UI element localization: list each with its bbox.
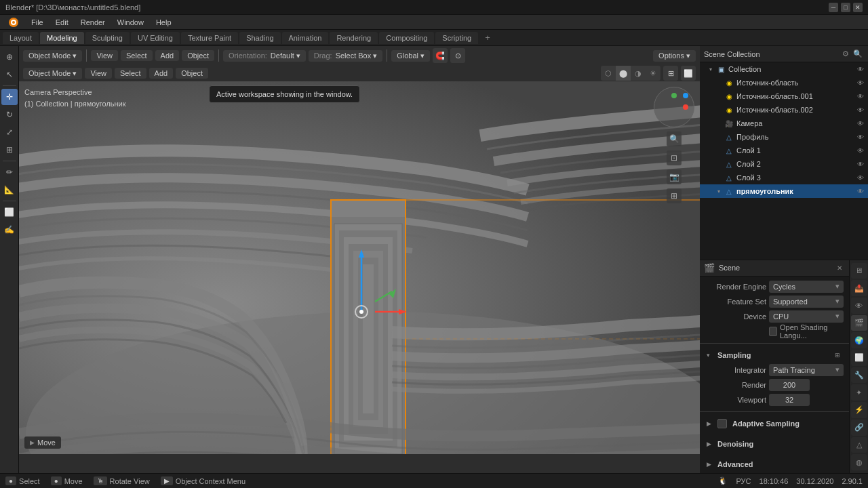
outliner-item-light-2[interactable]: ◉ Источник-область.001 👁	[700, 89, 868, 103]
viewport-samples-value[interactable]: 32	[769, 394, 810, 406]
prop-tab-world[interactable]: 🌍	[851, 332, 867, 348]
toggle-view-button[interactable]: ⊞	[667, 188, 682, 203]
layer1-eye[interactable]: 👁	[856, 146, 865, 155]
outliner-item-light-3[interactable]: ◉ Источник-область.002 👁	[700, 103, 868, 117]
zoom-fit-button[interactable]: ⊡	[667, 150, 682, 165]
adaptive-sampling-checkbox[interactable]	[717, 419, 727, 428]
prop-tab-scene[interactable]: 🎬	[851, 315, 867, 331]
viewport-overlays-btn[interactable]: ⊞	[663, 66, 678, 81]
rect-eye[interactable]: 👁	[856, 186, 865, 196]
rendered-shading-btn[interactable]: ☀	[646, 66, 660, 81]
add-menu-2[interactable]: Add	[149, 68, 174, 79]
feature-set-selector[interactable]: Supported	[769, 296, 844, 308]
tab-animation[interactable]: Animation	[282, 32, 329, 44]
cursor-tool[interactable]: ⊕	[1, 49, 18, 65]
outliner-item-light-1[interactable]: ◉ Источник-область 👁	[700, 76, 868, 89]
outliner-item-layer3[interactable]: △ Слой 3 👁	[700, 171, 868, 184]
menu-blender[interactable]	[3, 16, 24, 29]
minimize-button[interactable]: ─	[829, 3, 838, 12]
snap-toggle[interactable]: 🧲	[433, 48, 448, 63]
maximize-button[interactable]: □	[841, 3, 850, 12]
select-menu[interactable]: Select	[121, 50, 153, 61]
collection-eye[interactable]: 👁	[856, 64, 865, 74]
annotate-tool[interactable]: ✏	[1, 164, 18, 180]
prop-tab-physics[interactable]: ⚡	[851, 402, 867, 418]
view-menu[interactable]: View	[91, 50, 118, 61]
proportional-edit-toggle[interactable]: ⊙	[450, 48, 465, 63]
camera-eye[interactable]: 👁	[856, 119, 865, 128]
prop-tab-view[interactable]: 👁	[851, 298, 867, 314]
tab-compositing[interactable]: Compositing	[379, 32, 434, 44]
outliner-item-collection[interactable]: ▾ ▣ Collection 👁	[700, 62, 868, 76]
profile-eye[interactable]: 👁	[856, 132, 865, 142]
xray-toggle[interactable]: ⬜	[681, 66, 696, 81]
camera-view-button[interactable]: 📷	[667, 169, 682, 184]
outliner-filter-button[interactable]: ⚙	[840, 48, 852, 60]
transform-tool[interactable]: ⊞	[1, 142, 18, 158]
layer2-eye[interactable]: 👁	[856, 159, 865, 169]
tab-uv-editing[interactable]: UV Editing	[131, 32, 180, 44]
prop-tab-modifier[interactable]: 🔧	[851, 367, 867, 384]
integrator-selector[interactable]: Path Tracing	[769, 364, 844, 376]
outliner-item-camera[interactable]: 🎥 Камера 👁	[700, 117, 868, 130]
layer3-eye[interactable]: 👁	[856, 173, 865, 182]
solid-shading-btn[interactable]: ⬤	[616, 66, 631, 81]
sampling-header[interactable]: ▾ Sampling ⊞	[705, 348, 844, 363]
light1-eye[interactable]: 👁	[856, 78, 865, 87]
select-menu-2[interactable]: Select	[115, 68, 146, 79]
light2-eye[interactable]: 👁	[856, 92, 865, 101]
render-samples-value[interactable]: 200	[769, 379, 810, 391]
object-mode-selector[interactable]: Object Mode ▾	[23, 50, 82, 62]
add-workspace-button[interactable]: +	[479, 30, 496, 45]
gizmo-y-axis[interactable]	[671, 93, 677, 98]
measure-tool[interactable]: 📐	[1, 182, 18, 198]
prop-tab-data[interactable]: △	[851, 437, 867, 453]
denoising-header[interactable]: ▶ Denoising	[705, 436, 844, 451]
gizmo-x-axis[interactable]	[683, 104, 688, 110]
grease-pencil-tool[interactable]: ✍	[1, 222, 18, 238]
adaptive-sampling-header[interactable]: ▶ Adaptive Sampling	[705, 416, 844, 431]
object-menu[interactable]: Object	[182, 50, 214, 61]
add-cube-tool[interactable]: ⬜	[1, 204, 18, 220]
prop-tab-object[interactable]: ⬜	[851, 350, 867, 366]
menu-file[interactable]: File	[26, 17, 49, 28]
sampling-options-icon[interactable]: ⊞	[833, 350, 842, 360]
menu-edit[interactable]: Edit	[50, 17, 74, 28]
view-menu-2[interactable]: View	[85, 68, 112, 79]
tab-rendering[interactable]: Rendering	[330, 32, 378, 44]
open-shading-checkbox[interactable]	[769, 327, 777, 336]
prop-tab-output[interactable]: 📤	[851, 280, 867, 296]
properties-close-btn[interactable]: ✕	[834, 262, 845, 273]
drag-selector[interactable]: Drag: Select Box ▾	[309, 50, 383, 62]
outliner-item-layer2[interactable]: △ Слой 2 👁	[700, 157, 868, 171]
light3-eye[interactable]: 👁	[856, 105, 865, 115]
object-menu-2[interactable]: Object	[176, 68, 208, 79]
rotate-tool[interactable]: ↻	[1, 106, 18, 123]
tab-modeling[interactable]: Modeling	[40, 32, 84, 44]
menu-window[interactable]: Window	[112, 17, 149, 28]
global-space-selector[interactable]: Global ▾	[391, 50, 430, 62]
menu-render[interactable]: Render	[75, 17, 111, 28]
advanced-header[interactable]: ▶ Advanced	[705, 457, 844, 472]
outliner-item-rectangle[interactable]: ▾ △ прямоугольник 👁	[700, 184, 868, 198]
object-mode-selector-2[interactable]: Object Mode ▾	[23, 68, 82, 79]
prop-tab-particles[interactable]: ✦	[851, 384, 867, 401]
prop-tab-material[interactable]: ◍	[851, 454, 867, 470]
close-button[interactable]: ✕	[853, 3, 863, 12]
tab-texture-paint[interactable]: Texture Paint	[181, 32, 238, 44]
outliner-item-layer1[interactable]: △ Слой 1 👁	[700, 144, 868, 157]
options-button[interactable]: Options ▾	[653, 50, 696, 62]
orientation-selector[interactable]: Orientation: Default ▾	[223, 50, 306, 62]
prop-tab-constraints[interactable]: 🔗	[851, 420, 867, 436]
tab-layout[interactable]: Layout	[3, 32, 39, 44]
device-selector[interactable]: CPU	[769, 310, 844, 323]
wireframe-shading-btn[interactable]: ⬡	[601, 66, 616, 81]
prop-tab-render[interactable]: 🖥	[851, 263, 867, 279]
menu-help[interactable]: Help	[151, 17, 177, 28]
material-shading-btn[interactable]: ◑	[631, 66, 646, 81]
tab-scripting[interactable]: Scripting	[435, 32, 478, 44]
tab-shading[interactable]: Shading	[239, 32, 280, 44]
viewport[interactable]: Object Mode ▾ View Select Add Object Ori…	[19, 46, 700, 473]
navigation-gizmo[interactable]	[654, 87, 694, 127]
outliner-search-button[interactable]: 🔍	[852, 48, 864, 60]
